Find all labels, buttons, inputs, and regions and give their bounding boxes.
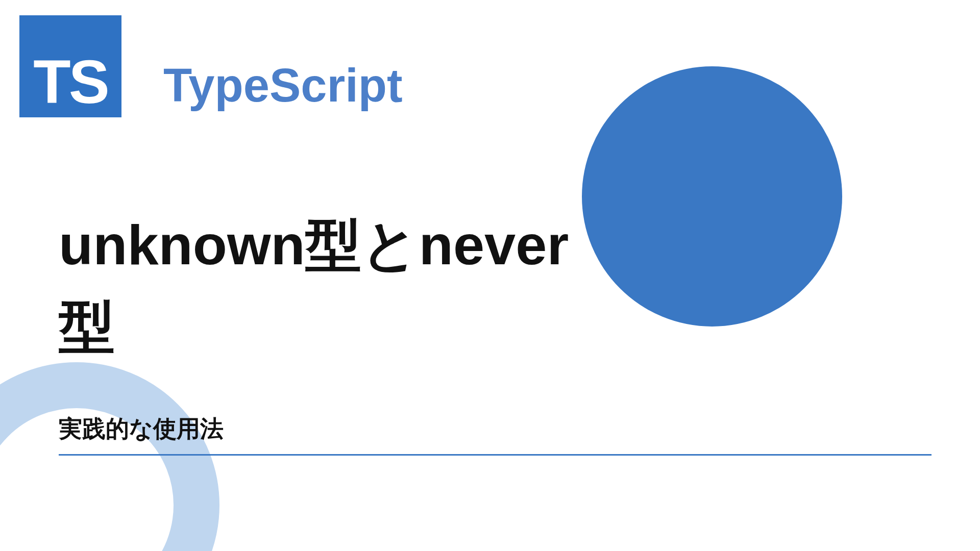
decorative-circle bbox=[582, 66, 842, 327]
brand-label: TypeScript bbox=[163, 59, 403, 112]
decorative-ring bbox=[0, 362, 219, 551]
slide-title: unknown型とnever型 bbox=[59, 204, 574, 367]
slide: TS TypeScript unknown型とnever型 実践的な使用法 bbox=[0, 0, 980, 551]
divider bbox=[59, 454, 932, 456]
badge-text: TS bbox=[33, 51, 107, 112]
typescript-badge: TS bbox=[19, 15, 121, 117]
subtitle-block: 実践的な使用法 bbox=[59, 413, 932, 456]
slide-subtitle: 実践的な使用法 bbox=[59, 413, 932, 454]
